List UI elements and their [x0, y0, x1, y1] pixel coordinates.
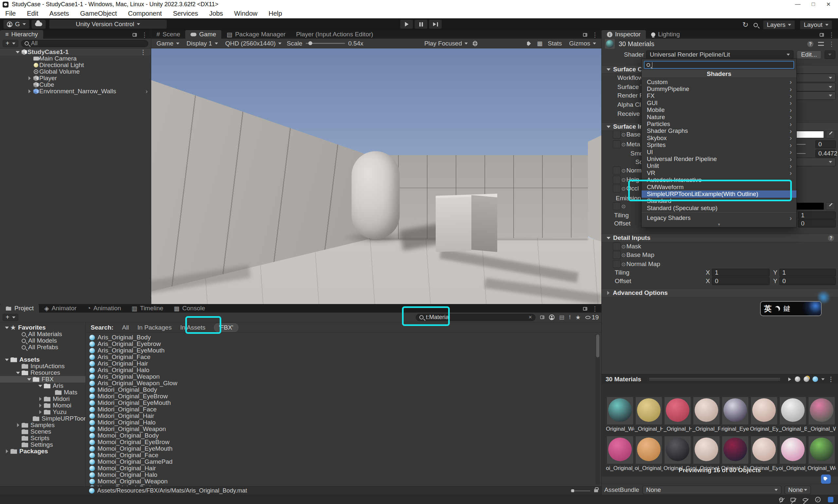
tab-package-manager[interactable]: ▤Package Manager	[221, 30, 291, 39]
texture-slot[interactable]	[613, 176, 621, 184]
asset-label-icon[interactable]	[821, 474, 831, 484]
texture-slot[interactable]	[613, 130, 621, 139]
search-result-item[interactable]: Aris_Original_EyeMouth	[86, 347, 593, 354]
texture-slot[interactable]	[613, 242, 621, 250]
presets-icon[interactable]	[818, 42, 824, 46]
detail-tiling-x-field[interactable]: 1	[712, 269, 770, 276]
project-folder-item[interactable]: All Prefabs	[0, 344, 86, 350]
kebab-menu-icon[interactable]: ⋮	[592, 305, 598, 312]
assetbundle-variant-dropdown[interactable]: None	[785, 486, 811, 494]
material-preview-sphere[interactable]	[607, 436, 633, 464]
material-preview-sphere[interactable]	[636, 397, 662, 425]
activity-blue-icon[interactable]	[828, 497, 834, 502]
material-preview-sphere[interactable]	[751, 436, 777, 464]
project-folder-item[interactable]: Scenes	[0, 428, 86, 435]
lock-icon[interactable]	[594, 489, 598, 492]
material-preview-sphere[interactable]	[722, 436, 748, 464]
search-result-item[interactable]: Momoi_Original_Weapon	[86, 478, 593, 485]
texture-slot[interactable]	[613, 251, 621, 259]
fold-arrow[interactable]	[3, 327, 11, 329]
hierarchy-item[interactable]: Player	[0, 75, 151, 82]
hierarchy-item[interactable]: Main Camera	[0, 55, 151, 62]
metallic-value[interactable]: 0	[816, 140, 836, 148]
fold-arrow[interactable]	[26, 76, 33, 80]
shader-menu-item[interactable]: FX›	[642, 93, 797, 100]
ime-toolbar[interactable]: 英 鍵	[760, 301, 822, 316]
material-preview-sphere[interactable]	[722, 397, 748, 425]
tab-timeline[interactable]: ▥Timeline	[126, 304, 168, 312]
project-folder-item[interactable]: Resources	[0, 370, 86, 376]
detail-tiling-y-field[interactable]: 1	[780, 269, 836, 276]
hierarchy-item[interactable]: Directional Light	[0, 62, 151, 68]
search-result-item[interactable]: Momoi_Original_EyeMouth	[86, 446, 593, 452]
create-asset-button[interactable]: +	[3, 314, 18, 321]
fold-arrow[interactable]	[14, 423, 22, 427]
fold-arrow[interactable]	[25, 378, 33, 381]
debug-icon[interactable]	[473, 41, 477, 46]
close-button[interactable]: ✕	[826, 1, 831, 8]
tab-inspector[interactable]: i Inspector	[602, 30, 646, 39]
game-3d-viewport[interactable]	[151, 49, 601, 304]
clear-search-icon[interactable]: ×	[528, 314, 532, 321]
fold-arrow[interactable]	[3, 359, 11, 361]
menu-gameobject[interactable]: GameObject	[80, 10, 117, 17]
project-folder-item[interactable]: Scripts	[0, 435, 86, 442]
shader-search-input[interactable]	[644, 61, 794, 69]
gizmos-dropdown[interactable]: Gizmos	[567, 40, 598, 47]
shader-menu-item[interactable]: Mobile›	[642, 107, 797, 113]
help-icon[interactable]: ?	[807, 41, 814, 47]
version-control-dropdown[interactable]: Unity Version Control	[49, 20, 167, 29]
play-button[interactable]	[400, 20, 413, 29]
search-result-item[interactable]: Midori_Original_Hair	[86, 413, 593, 419]
kebab-menu-icon[interactable]: ⋮	[592, 31, 598, 39]
material-preview-sphere[interactable]	[780, 436, 806, 464]
project-folder-item[interactable]: Packages	[0, 448, 86, 454]
material-preview-sphere[interactable]	[693, 436, 719, 464]
add-object-button[interactable]: +	[3, 40, 18, 47]
search-icon[interactable]	[753, 23, 758, 27]
search-result-item[interactable]: Midori_Original_EyeMouth	[86, 400, 593, 406]
texture-slot[interactable]	[613, 202, 621, 210]
shader-menu-item[interactable]: Particles›	[642, 121, 797, 127]
slider-knob[interactable]	[571, 489, 574, 492]
debug-muted-icon[interactable]	[780, 497, 783, 502]
shader-menu-item[interactable]: DummyPipeline›	[642, 86, 797, 92]
collab-muted-icon[interactable]	[790, 498, 796, 502]
tab-console[interactable]: ▦Console	[168, 304, 211, 312]
play-focused-dropdown[interactable]: Play Focused	[422, 40, 470, 47]
shader-menu-item[interactable]: Custom›	[642, 78, 797, 86]
texture-slot[interactable]	[613, 184, 621, 193]
layout-dropdown[interactable]: Layout	[800, 20, 832, 30]
display-dropdown[interactable]: Display 1	[185, 40, 220, 47]
smoothness-value[interactable]: 0.4472	[816, 149, 836, 158]
shader-menu-item[interactable]: Universal Render Pipeline›	[642, 156, 797, 162]
shader-menu-item[interactable]: Shader Graphs›	[642, 128, 797, 134]
resolution-dropdown[interactable]: QHD (2560x1440)	[223, 40, 284, 47]
project-folder-item[interactable]: FBX	[0, 376, 86, 382]
shader-menu-item[interactable]: Standard (Specular setup)	[642, 204, 797, 212]
tab-player-input-actions-editor-[interactable]: Player (Input Actions Editor)	[291, 30, 378, 39]
shader-menu-item[interactable]: CMWaveform	[642, 184, 797, 191]
menu-help[interactable]: Help	[269, 10, 282, 17]
offset-y-field[interactable]: 0	[798, 220, 836, 228]
help-icon[interactable]: ?	[828, 235, 834, 241]
search-result-item[interactable]: Midori_Original_Face	[86, 406, 593, 413]
fold-arrow[interactable]	[14, 51, 21, 53]
project-folder-item[interactable]: ★Favorites	[0, 324, 86, 331]
project-folder-item[interactable]: Yuzu	[0, 409, 86, 415]
scale-slider-knob[interactable]	[308, 41, 312, 45]
search-result-item[interactable]: Midori_Original_EyeBrow	[86, 393, 593, 400]
menu-services[interactable]: Services	[173, 10, 198, 17]
material-preview-sphere[interactable]	[808, 397, 835, 425]
tab-scene[interactable]: #Scene	[151, 30, 185, 39]
shader-menu-item[interactable]: VR›	[642, 169, 797, 176]
hierarchy-item[interactable]: Cube	[0, 82, 151, 88]
search-result-item[interactable]: Midori_Original_Body	[86, 386, 593, 393]
search-result-item[interactable]: Aris_Original_Face	[86, 354, 593, 360]
kebab-menu-icon[interactable]: ⋮	[828, 31, 835, 39]
search-result-item[interactable]: Momoi_Original_Hair	[86, 465, 593, 472]
project-search-input[interactable]: t:Material ×	[416, 314, 536, 321]
shader-menu-item[interactable]: Standard	[642, 198, 797, 204]
step-button[interactable]	[429, 20, 442, 29]
material-preview-sphere[interactable]	[780, 397, 806, 425]
